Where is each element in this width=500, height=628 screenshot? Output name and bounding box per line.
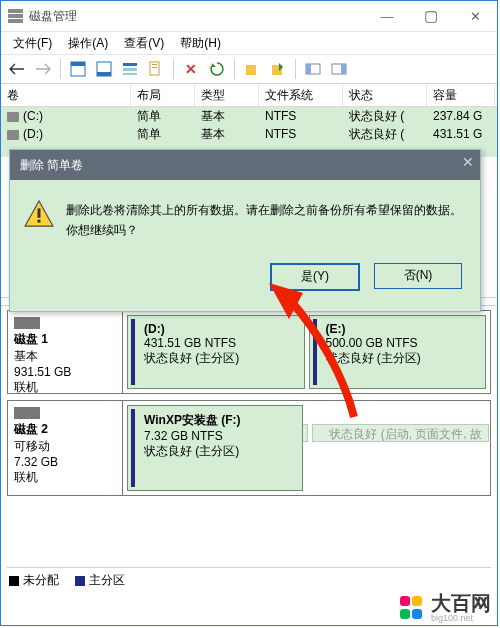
legend: 未分配 主分区 — [7, 567, 491, 593]
dialog-titlebar: 删除 简单卷 ✕ — [10, 150, 480, 180]
menu-operate[interactable]: 操作(A) — [60, 33, 116, 54]
dialog-message: 删除此卷将清除其上的所有数据。请在删除之前备份所有希望保留的数据。你想继续吗？ — [66, 200, 462, 241]
menu-help[interactable]: 帮助(H) — [172, 33, 229, 54]
svg-rect-6 — [123, 73, 137, 75]
watermark-url: big100.net — [431, 613, 491, 623]
app-icon — [7, 8, 23, 24]
disk-info[interactable]: 磁盘 2 可移动 7.32 GB 联机 — [8, 401, 123, 495]
disk-info[interactable]: 磁盘 1 基本 931.51 GB 联机 — [8, 311, 123, 393]
partition-size: 500.00 GB NTFS — [326, 336, 418, 350]
dialog-title: 删除 简单卷 — [20, 157, 83, 174]
delete-icon[interactable]: ✕ — [179, 57, 203, 81]
partition-label: WinXP安装盘 (F:) — [144, 413, 241, 427]
col-volume[interactable]: 卷 — [1, 84, 131, 106]
disk-state: 联机 — [14, 470, 38, 484]
drive-icon — [7, 112, 19, 122]
disk-icon — [14, 407, 40, 419]
refresh-icon[interactable] — [205, 57, 229, 81]
svg-rect-15 — [341, 64, 346, 74]
partition-size: 431.51 GB NTFS — [144, 336, 236, 350]
svg-rect-13 — [306, 64, 311, 74]
panel1-icon[interactable] — [301, 57, 325, 81]
volume-row[interactable]: (C:) 简单 基本 NTFS 状态良好 ( 237.84 G — [1, 107, 497, 125]
svg-rect-16 — [38, 208, 41, 217]
maximize-button[interactable]: ▢ — [409, 1, 453, 31]
disk-kind: 可移动 — [14, 439, 50, 453]
vol-state: 状态良好 ( — [343, 126, 427, 143]
view-top-icon[interactable] — [66, 57, 90, 81]
vol-cap: 237.84 G — [427, 109, 495, 123]
vol-fs: NTFS — [259, 127, 343, 141]
vol-layout: 简单 — [131, 108, 195, 125]
watermark-brand: 大百网 — [431, 593, 491, 613]
volume-row[interactable]: (D:) 简单 基本 NTFS 状态良好 ( 431.51 G — [1, 125, 497, 143]
col-cap[interactable]: 容量 — [427, 84, 495, 106]
vol-name: (C:) — [23, 109, 43, 123]
svg-rect-7 — [150, 62, 159, 75]
partition-size: 7.32 GB NTFS — [144, 429, 223, 443]
svg-rect-9 — [152, 67, 157, 68]
back-button[interactable] — [5, 57, 29, 81]
col-type[interactable]: 类型 — [195, 84, 259, 106]
col-fs[interactable]: 文件系统 — [259, 84, 343, 106]
svg-rect-17 — [38, 220, 41, 223]
action2-icon[interactable] — [266, 57, 290, 81]
disk-name: 磁盘 2 — [14, 422, 48, 436]
menu-view[interactable]: 查看(V) — [116, 33, 172, 54]
svg-rect-1 — [71, 62, 85, 66]
no-button[interactable]: 否(N) — [374, 263, 462, 289]
disk-size: 931.51 GB — [14, 365, 71, 379]
minimize-button[interactable]: — — [365, 1, 409, 31]
menu-file[interactable]: 文件(F) — [5, 33, 60, 54]
partition-state: 状态良好 (主分区) — [144, 444, 239, 458]
svg-rect-3 — [97, 72, 111, 76]
disk-icon — [14, 317, 40, 329]
partition-label: (D:) — [144, 322, 165, 336]
window-title: 磁盘管理 — [29, 8, 365, 25]
confirm-delete-dialog: 删除 简单卷 ✕ 删除此卷将清除其上的所有数据。请在删除之前备份所有希望保留的数… — [9, 149, 481, 312]
forward-button[interactable] — [31, 57, 55, 81]
action1-icon[interactable] — [240, 57, 264, 81]
watermark-logo-icon — [399, 595, 425, 621]
disk-size: 7.32 GB — [14, 455, 58, 469]
partition[interactable]: WinXP安装盘 (F:) 7.32 GB NTFS 状态良好 (主分区) — [127, 405, 303, 491]
legend-swatch-primary — [75, 576, 85, 586]
toolbar: ✕ — [1, 55, 497, 84]
svg-rect-8 — [152, 64, 157, 65]
svg-rect-4 — [123, 63, 137, 66]
properties-icon[interactable] — [144, 57, 168, 81]
dialog-close-icon[interactable]: ✕ — [462, 154, 474, 170]
close-button[interactable]: ✕ — [453, 1, 497, 31]
disk-row: 磁盘 1 基本 931.51 GB 联机 (D:) 431.51 GB NTFS… — [7, 310, 491, 394]
partition-state: 状态良好 (主分区) — [326, 351, 421, 365]
disk-kind: 基本 — [14, 349, 38, 363]
legend-swatch-unallocated — [9, 576, 19, 586]
vol-layout: 简单 — [131, 126, 195, 143]
menu-bar: 文件(F) 操作(A) 查看(V) 帮助(H) — [1, 32, 497, 55]
vol-state: 状态良好 ( — [343, 108, 427, 125]
drive-icon — [7, 130, 19, 140]
disk-name: 磁盘 1 — [14, 332, 48, 346]
yes-button[interactable]: 是(Y) — [270, 263, 360, 291]
legend-primary: 主分区 — [89, 572, 125, 589]
view-bottom-icon[interactable] — [92, 57, 116, 81]
partition-state: 状态良好 (主分区) — [144, 351, 239, 365]
window-titlebar: 磁盘管理 — ▢ ✕ — [1, 1, 497, 32]
vol-name: (D:) — [23, 127, 43, 141]
col-state[interactable]: 状态 — [343, 84, 427, 106]
disk-state: 联机 — [14, 380, 38, 394]
disk-row: 磁盘 2 可移动 7.32 GB 联机 WinXP安装盘 (F:) 7.32 G… — [7, 400, 491, 496]
vol-cap: 431.51 G — [427, 127, 495, 141]
view-list-icon[interactable] — [118, 57, 142, 81]
col-layout[interactable]: 布局 — [131, 84, 195, 106]
partition[interactable]: (E:) 500.00 GB NTFS 状态良好 (主分区) — [309, 315, 487, 389]
panel2-icon[interactable] — [327, 57, 351, 81]
svg-rect-10 — [246, 65, 256, 75]
partition-label: (E:) — [326, 322, 346, 336]
watermark: 大百网 big100.net — [399, 593, 491, 623]
warning-icon — [24, 200, 54, 228]
vol-fs: NTFS — [259, 109, 343, 123]
partition[interactable]: (D:) 431.51 GB NTFS 状态良好 (主分区) — [127, 315, 305, 389]
vol-type: 基本 — [195, 108, 259, 125]
vol-type: 基本 — [195, 126, 259, 143]
